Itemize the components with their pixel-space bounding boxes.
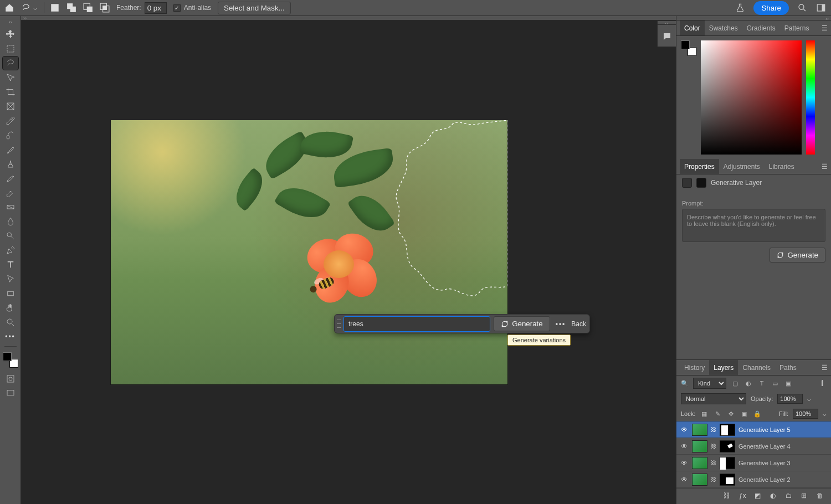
path-selection-tool[interactable] bbox=[3, 272, 18, 286]
color-panel-fgbg[interactable] bbox=[681, 40, 696, 56]
filter-toggle[interactable]: ⏽ bbox=[818, 379, 827, 388]
type-tool[interactable] bbox=[3, 258, 18, 271]
prompt-textarea[interactable]: Describe what you'd like to generate or … bbox=[682, 209, 825, 242]
visibility-toggle[interactable]: 👁 bbox=[680, 476, 689, 484]
delete-layer-icon[interactable]: 🗑 bbox=[817, 492, 825, 501]
clone-stamp-tool[interactable] bbox=[3, 157, 18, 171]
search-icon[interactable] bbox=[797, 2, 808, 13]
generate-button[interactable]: Generate bbox=[494, 316, 550, 331]
properties-generate-button[interactable]: Generate bbox=[770, 248, 825, 263]
active-tool-display[interactable]: ⌵ bbox=[21, 0, 37, 16]
toolbar-expand-grip[interactable]: ›› bbox=[9, 19, 12, 25]
tab-properties[interactable]: Properties bbox=[680, 159, 719, 174]
edit-toolbar-button[interactable]: ••• bbox=[3, 330, 18, 343]
filter-shape-icon[interactable]: ▭ bbox=[771, 379, 779, 388]
layer-name[interactable]: Generative Layer 2 bbox=[738, 476, 828, 483]
generative-prompt-input[interactable] bbox=[343, 316, 490, 332]
layer-row[interactable]: 👁 ⛓ Generative Layer 3 bbox=[676, 455, 831, 471]
chevron-down-icon[interactable]: ⌵ bbox=[823, 410, 827, 418]
back-button[interactable]: Back bbox=[571, 320, 586, 328]
selection-mode-new[interactable] bbox=[50, 0, 60, 16]
tab-swatches[interactable]: Swatches bbox=[705, 20, 742, 35]
gradient-tool[interactable] bbox=[3, 200, 18, 214]
comments-icon[interactable] bbox=[662, 32, 672, 43]
lock-all-icon[interactable]: 🔒 bbox=[753, 409, 762, 418]
blur-tool[interactable] bbox=[3, 215, 18, 228]
tab-paths[interactable]: Paths bbox=[775, 360, 801, 375]
foreground-background-color[interactable] bbox=[3, 352, 18, 368]
blend-mode-select[interactable]: Normal bbox=[681, 393, 746, 404]
chevron-down-icon[interactable]: ⌵ bbox=[807, 395, 811, 403]
layer-name[interactable]: Generative Layer 5 bbox=[738, 426, 828, 433]
tab-libraries[interactable]: Libraries bbox=[765, 159, 799, 174]
new-group-icon[interactable]: 🗀 bbox=[786, 492, 794, 501]
layer-thumbnail[interactable] bbox=[692, 424, 707, 436]
layer-filter-kind[interactable]: Kind bbox=[693, 378, 726, 389]
hand-tool[interactable] bbox=[3, 301, 18, 315]
anti-alias-checkbox[interactable]: ✓ bbox=[173, 4, 181, 12]
eraser-tool[interactable] bbox=[3, 186, 18, 199]
layer-row[interactable]: 👁 ⛓ Generative Layer 5 bbox=[676, 421, 831, 438]
document-canvas[interactable] bbox=[111, 120, 507, 384]
opacity-input[interactable] bbox=[777, 394, 803, 404]
share-button[interactable]: Share bbox=[753, 1, 789, 15]
layer-name[interactable]: Generative Layer 4 bbox=[738, 443, 828, 450]
fill-input[interactable] bbox=[793, 409, 818, 419]
layer-thumbnail[interactable] bbox=[692, 457, 707, 469]
select-and-mask-button[interactable]: Select and Mask... bbox=[218, 2, 291, 14]
tab-history[interactable]: History bbox=[680, 360, 709, 375]
tab-adjustments[interactable]: Adjustments bbox=[719, 159, 765, 174]
layer-thumbnail[interactable] bbox=[692, 474, 707, 486]
history-brush-tool[interactable] bbox=[3, 172, 18, 185]
more-options-button[interactable]: ••• bbox=[556, 320, 566, 328]
visibility-toggle[interactable]: 👁 bbox=[680, 443, 689, 450]
visibility-toggle[interactable]: 👁 bbox=[680, 459, 689, 467]
zoom-tool[interactable] bbox=[3, 316, 18, 329]
new-layer-icon[interactable]: ⊞ bbox=[801, 492, 810, 501]
beaker-icon[interactable] bbox=[735, 2, 746, 13]
panel-flyout-menu[interactable]: ☰ bbox=[822, 163, 828, 171]
panel-flyout-menu[interactable]: ☰ bbox=[822, 24, 828, 32]
healing-brush-tool[interactable] bbox=[3, 128, 18, 142]
color-field[interactable] bbox=[701, 40, 802, 155]
screen-mode-toggle[interactable] bbox=[3, 387, 18, 400]
panel-flyout-menu[interactable]: ☰ bbox=[822, 364, 828, 372]
link-icon[interactable]: ⛓ bbox=[711, 443, 716, 449]
feather-input[interactable] bbox=[145, 2, 167, 14]
foreground-color-swatch[interactable] bbox=[3, 352, 12, 361]
lock-position-icon[interactable]: ✥ bbox=[726, 409, 735, 418]
link-icon[interactable]: ⛓ bbox=[711, 476, 716, 482]
layer-thumbnail[interactable] bbox=[692, 440, 707, 452]
filter-pixel-icon[interactable]: ▢ bbox=[731, 379, 740, 388]
tab-patterns[interactable]: Patterns bbox=[780, 20, 814, 35]
lock-transparency-icon[interactable]: ▦ bbox=[700, 409, 709, 418]
filter-type-icon[interactable]: T bbox=[757, 379, 766, 388]
layer-mask-thumbnail[interactable] bbox=[720, 474, 735, 486]
new-adjustment-icon[interactable]: ◐ bbox=[770, 492, 779, 501]
rectangle-tool[interactable] bbox=[3, 287, 18, 300]
selection-mode-add[interactable] bbox=[66, 0, 76, 16]
lock-paint-icon[interactable]: ✎ bbox=[713, 409, 722, 418]
layer-mask-thumbnail[interactable] bbox=[720, 440, 735, 452]
canvas-collapse-strip[interactable]: ›› bbox=[21, 16, 676, 20]
brush-tool[interactable] bbox=[3, 143, 18, 156]
pen-tool[interactable] bbox=[3, 244, 18, 257]
quick-mask-toggle[interactable] bbox=[3, 372, 18, 385]
hue-slider[interactable] bbox=[806, 40, 815, 155]
move-tool[interactable] bbox=[3, 28, 18, 41]
home-button[interactable] bbox=[4, 0, 14, 16]
dodge-tool[interactable] bbox=[3, 229, 18, 243]
lock-artboard-icon[interactable]: ▣ bbox=[740, 409, 748, 418]
quick-selection-tool[interactable] bbox=[3, 71, 18, 84]
crop-tool[interactable] bbox=[3, 85, 18, 99]
anti-alias-group[interactable]: ✓ Anti-alias bbox=[173, 0, 211, 16]
add-mask-icon[interactable]: ◩ bbox=[755, 492, 763, 501]
lasso-tool[interactable] bbox=[3, 56, 18, 70]
layer-row[interactable]: 👁 ⛓ Generative Layer 2 bbox=[676, 471, 831, 488]
layer-mask-thumbnail[interactable] bbox=[720, 457, 735, 469]
tab-layers[interactable]: Layers bbox=[709, 360, 738, 375]
link-icon[interactable]: ⛓ bbox=[711, 460, 716, 466]
tab-color[interactable]: Color bbox=[680, 20, 705, 35]
layer-fx-icon[interactable]: ƒx bbox=[739, 492, 748, 501]
layer-mask-thumbnail[interactable] bbox=[720, 424, 735, 436]
